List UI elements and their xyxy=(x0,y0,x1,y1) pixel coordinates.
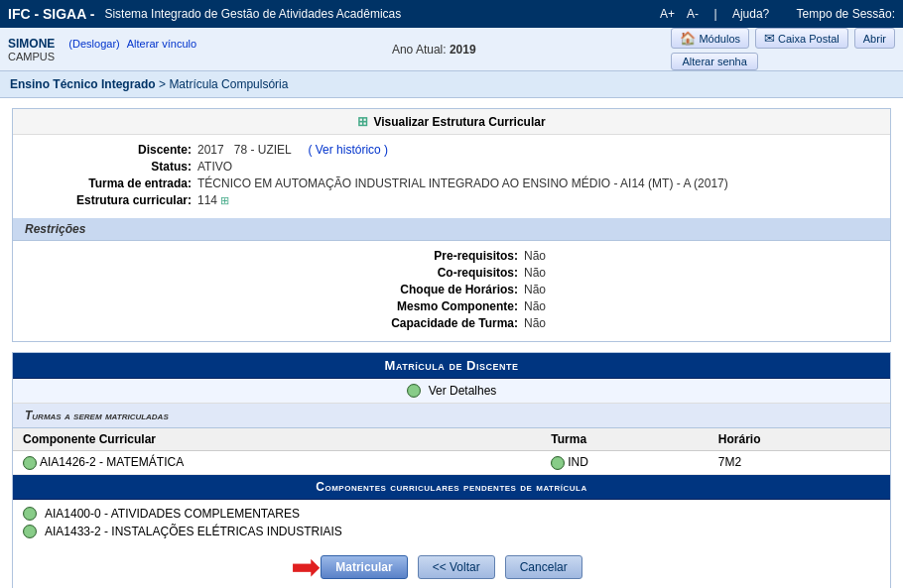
turma-row: Turma de entrada: TÉCNICO EM AUTOMAÇÃO I… xyxy=(33,176,870,190)
discente-info-box: ⊞ Visualizar Estrutura Curricular Discen… xyxy=(12,108,891,342)
choque-row: Choque de Horários: Não xyxy=(33,283,870,296)
action-row: ➡ Matricular << Voltar Cancelar xyxy=(13,545,890,588)
breadcrumb-current: Matrícula Compulsória xyxy=(169,77,288,91)
breadcrumb-separator: > xyxy=(159,77,169,91)
estrutura-grid-icon: ⊞ xyxy=(220,194,229,207)
mesmo-row: Mesmo Componente: Não xyxy=(33,299,870,313)
user-bar: SIMONE (Deslogar) Alterar vínculo CAMPUS… xyxy=(0,28,903,71)
col-turma-header: Turma xyxy=(541,428,709,451)
user-right-nav: 🏠 Módulos ✉ Caixa Postal Abrir Alterar s… xyxy=(671,28,895,70)
col-horario-header: Horário xyxy=(709,428,890,451)
user-info-section: SIMONE (Deslogar) Alterar vínculo CAMPUS xyxy=(8,37,196,62)
caixa-postal-icon: ✉ xyxy=(764,31,775,46)
arrow-icon: ➡ xyxy=(291,546,321,588)
modulos-button[interactable]: 🏠 Módulos xyxy=(671,28,749,49)
turma-cell: IND xyxy=(541,451,709,475)
turmas-table: Componente Curricular Turma Horário AIA1… xyxy=(13,428,890,475)
breadcrumb: Ensino Técnico Integrado > Matrícula Com… xyxy=(0,71,903,98)
prereq-row: Pre-requisitos: Não xyxy=(33,249,870,263)
ano-value: 2019 xyxy=(450,43,476,57)
turmas-table-header-row: Componente Curricular Turma Horário xyxy=(13,428,890,451)
pendentes-list: AIA1400-0 - ATIVIDADES COMPLEMENTARESAIA… xyxy=(13,500,890,545)
turmas-header: Turmas a serem matriculadas xyxy=(13,404,890,428)
historico-link[interactable]: ( Ver histórico ) xyxy=(308,143,388,157)
cancelar-button[interactable]: Cancelar xyxy=(505,555,582,579)
estrutura-value: 114 xyxy=(197,193,217,207)
coreq-value: Não xyxy=(524,266,564,280)
restricoes-body: Pre-requisitos: Não Co-requisitos: Não C… xyxy=(13,241,890,341)
pendente-text: AIA1400-0 - ATIVIDADES COMPLEMENTARES xyxy=(45,507,300,521)
pendente-text: AIA1433-2 - INSTALAÇÕES ELÉTRICAS INDUST… xyxy=(45,525,342,538)
discente-matricula: 2017 xyxy=(197,143,224,157)
mesmo-value: Não xyxy=(524,299,564,313)
turma-label: Turma de entrada: xyxy=(33,176,192,190)
estrutura-row: Estrutura curricular: 114 ⊞ xyxy=(33,193,870,207)
grid-icon: ⊞ xyxy=(357,114,368,129)
estrutura-label: Estrutura curricular: xyxy=(33,193,192,207)
discente-label: Discente: xyxy=(33,143,192,157)
pendente-q-icon xyxy=(23,525,37,538)
discente-rows: Discente: 2017 78 - UZIEL ( Ver históric… xyxy=(13,135,890,218)
ver-detalhes-row: Ver Detalhes xyxy=(13,379,890,404)
voltar-button[interactable]: << Voltar xyxy=(418,555,495,579)
ver-detalhes-icon xyxy=(407,384,421,398)
matricula-box: Matrícula de Discente Ver Detalhes Turma… xyxy=(12,352,891,588)
matricula-discente-header: Matrícula de Discente xyxy=(13,353,890,379)
list-item: AIA1433-2 - INSTALAÇÕES ELÉTRICAS INDUST… xyxy=(23,523,880,540)
coreq-label: Co-requisitos: xyxy=(339,266,518,280)
ver-detalhes-label: Ver Detalhes xyxy=(429,384,497,398)
row-q-icon xyxy=(23,456,37,470)
alterar-senha-button[interactable]: Alterar senha xyxy=(671,53,757,70)
prereq-value: Não xyxy=(524,249,564,263)
discente-row: Discente: 2017 78 - UZIEL ( Ver históric… xyxy=(33,143,870,157)
list-item: AIA1400-0 - ATIVIDADES COMPLEMENTARES xyxy=(23,505,880,523)
help-button[interactable]: Ajuda? xyxy=(732,7,769,21)
app-title-text: Sistema Integrado de Gestão de Atividade… xyxy=(104,7,401,21)
discente-nome: 78 - UZIEL xyxy=(234,143,292,157)
turma-q-icon xyxy=(551,456,565,470)
col-componente-header: Componente Curricular xyxy=(13,428,541,451)
horario-cell: 7M2 xyxy=(709,451,890,475)
status-row: Status: ATIVO xyxy=(33,160,870,174)
mesmo-label: Mesmo Componente: xyxy=(339,299,518,313)
status-value: ATIVO xyxy=(197,160,232,174)
pendente-q-icon xyxy=(23,507,37,521)
capacidade-row: Capacidade de Turma: Não xyxy=(33,316,870,330)
user-name: SIMONE xyxy=(8,37,55,51)
capacidade-value: Não xyxy=(524,316,564,330)
capacidade-label: Capacidade de Turma: xyxy=(339,316,518,330)
coreq-row: Co-requisitos: Não xyxy=(33,266,870,280)
alterar-vinculo-link[interactable]: Alterar vínculo xyxy=(127,38,196,50)
top-bar: IFC - SIGAA - Sistema Integrado de Gestã… xyxy=(0,0,903,28)
user-links: (Deslogar) Alterar vínculo xyxy=(64,38,196,50)
session-timer-label: Tempo de Sessão: xyxy=(797,7,895,21)
modulos-icon: 🏠 xyxy=(680,31,696,46)
deslogar-link[interactable]: (Deslogar) xyxy=(68,38,119,50)
matricular-button[interactable]: Matricular xyxy=(321,555,407,579)
main-content: ⊞ Visualizar Estrutura Curricular Discen… xyxy=(0,98,903,588)
componente-cell: AIA1426-2 - MATEMÁTICA xyxy=(13,451,541,475)
user-ano-atual: Ano Atual: 2019 xyxy=(392,43,476,57)
table-row: AIA1426-2 - MATEMÁTICA IND 7M2 xyxy=(13,451,890,475)
font-size-plus[interactable]: A+ xyxy=(660,7,675,21)
font-size-minus[interactable]: A- xyxy=(687,7,699,21)
restricoes-header: Restrições xyxy=(13,218,890,241)
visualizar-header: ⊞ Visualizar Estrutura Curricular xyxy=(13,109,890,135)
app-title-prefix: IFC - SIGAA - xyxy=(8,6,94,22)
choque-label: Choque de Horários: xyxy=(339,283,518,296)
caixa-postal-button[interactable]: ✉ Caixa Postal xyxy=(755,28,848,49)
pendentes-header: Componentes curriculares pendentes de ma… xyxy=(13,475,890,500)
prereq-label: Pre-requisitos: xyxy=(339,249,518,263)
choque-value: Não xyxy=(524,283,564,296)
user-campus: CAMPUS xyxy=(8,51,196,62)
abrir-button[interactable]: Abrir xyxy=(854,28,895,49)
status-label: Status: xyxy=(33,160,192,174)
turma-value: TÉCNICO EM AUTOMAÇÃO INDUSTRIAL INTEGRAD… xyxy=(197,176,728,190)
breadcrumb-link1[interactable]: Ensino Técnico Integrado xyxy=(10,77,156,91)
